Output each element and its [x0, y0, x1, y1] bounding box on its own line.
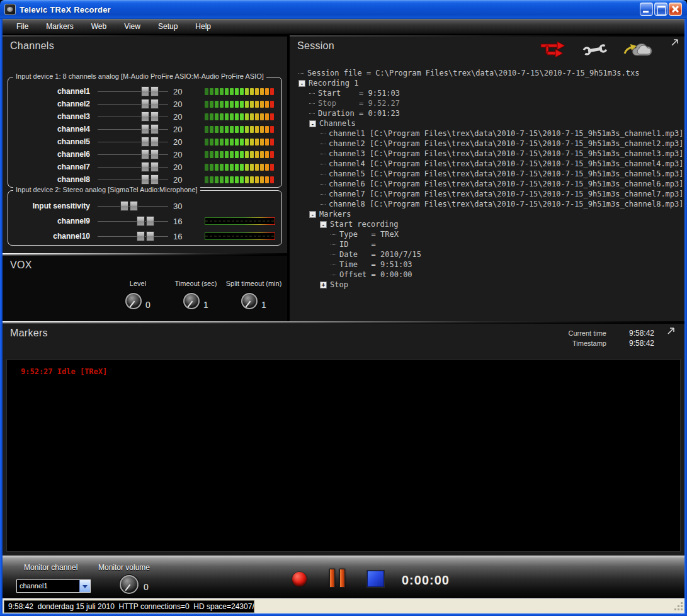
slider-thumb[interactable] — [137, 216, 154, 226]
tree-item[interactable]: Session file = C:\Program Files\trex\dat… — [296, 68, 681, 78]
channel-slider[interactable] — [98, 200, 168, 212]
slider-thumb[interactable] — [141, 137, 159, 147]
slider-thumb-right[interactable] — [150, 86, 159, 96]
slider-thumb-right[interactable] — [150, 137, 159, 147]
tree-item[interactable]: Stop = 9.52.27 — [296, 98, 681, 108]
expand-markers-icon[interactable] — [666, 326, 676, 336]
title-bar[interactable]: Televic TReX Recorder — [0, 0, 687, 19]
tree-item[interactable]: -Channels — [296, 118, 681, 128]
tree-item[interactable]: Time = 9:51:03 — [296, 260, 681, 270]
menu-item-web[interactable]: Web — [82, 19, 115, 34]
combo-dropdown-button[interactable] — [79, 580, 90, 592]
tree-item[interactable]: -Recording 1 — [296, 78, 681, 88]
tree-item[interactable]: Duration = 0:01:23 — [296, 108, 681, 118]
slider-thumb-left[interactable] — [141, 111, 149, 122]
channel-slider[interactable] — [98, 98, 168, 110]
tree-item[interactable]: channel5 [C:\Program Files\trex\data\201… — [296, 169, 681, 179]
tree-expander-minus[interactable]: - — [309, 120, 316, 127]
vox-split-timeout-knob[interactable] — [241, 293, 258, 309]
record-button[interactable] — [292, 572, 307, 586]
vu-segment — [235, 176, 239, 183]
slider-thumb-left[interactable] — [137, 231, 145, 241]
monitor-channel-select[interactable]: channel1 — [16, 579, 91, 593]
tree-item[interactable]: channel2 [C:\Program Files\trex\data\201… — [296, 139, 681, 149]
slider-thumb-right[interactable] — [150, 149, 159, 159]
slider-thumb[interactable] — [141, 174, 159, 185]
slider-thumb[interactable] — [141, 99, 159, 109]
vu-segment — [240, 151, 244, 158]
tree-item[interactable]: Date = 2010/7/15 — [296, 249, 681, 260]
tree-item[interactable]: -Markers — [296, 209, 681, 219]
slider-thumb-left[interactable] — [120, 201, 128, 211]
tree-item[interactable]: Type = TReX — [296, 229, 681, 239]
minimize-button[interactable] — [640, 3, 653, 16]
channel-slider[interactable] — [98, 136, 168, 147]
slider-thumb-right[interactable] — [150, 124, 159, 134]
slider-thumb[interactable] — [141, 124, 159, 134]
menu-item-file[interactable]: File — [8, 19, 37, 34]
cloud-upload-icon[interactable] — [623, 40, 656, 59]
close-button[interactable] — [669, 3, 682, 16]
menu-item-setup[interactable]: Setup — [149, 19, 186, 34]
tree-item[interactable]: -Start recording — [296, 219, 681, 229]
slider-thumb-right[interactable] — [146, 216, 154, 226]
slider-thumb[interactable] — [120, 201, 138, 211]
slider-thumb-right[interactable] — [150, 162, 159, 172]
tree-item[interactable]: channel6 [C:\Program Files\trex\data\201… — [296, 179, 681, 189]
monitor-volume-knob[interactable] — [120, 575, 139, 594]
channel-slider[interactable] — [98, 86, 168, 97]
channel-slider[interactable] — [98, 161, 168, 173]
tree-expander-minus[interactable]: - — [320, 221, 327, 228]
marker-log-area[interactable]: 9:52:27 Idle [TReX] — [6, 359, 681, 552]
slider-thumb-left[interactable] — [141, 174, 149, 185]
slider-thumb-left[interactable] — [141, 137, 149, 147]
menu-item-markers[interactable]: Markers — [37, 19, 82, 34]
channel-slider[interactable] — [98, 231, 168, 242]
slider-thumb-right[interactable] — [130, 201, 138, 211]
slider-thumb-left[interactable] — [141, 99, 149, 109]
slider-thumb[interactable] — [141, 149, 159, 159]
slider-thumb-right[interactable] — [146, 231, 154, 241]
menu-item-help[interactable]: Help — [186, 19, 220, 34]
vox-level-knob[interactable] — [125, 293, 142, 309]
channel-slider[interactable] — [98, 123, 168, 135]
slider-thumb[interactable] — [141, 111, 159, 122]
slider-thumb[interactable] — [141, 162, 159, 172]
expand-session-icon[interactable] — [670, 38, 679, 47]
wrench-icon[interactable] — [582, 42, 608, 58]
tree-expander-minus[interactable]: - — [298, 80, 305, 87]
slider-thumb-right[interactable] — [150, 99, 159, 109]
tree-item[interactable]: +Stop — [296, 280, 681, 290]
slider-thumb[interactable] — [141, 86, 159, 96]
channel-slider[interactable] — [98, 215, 168, 227]
split-session-icon[interactable] — [538, 40, 567, 59]
slider-thumb-left[interactable] — [141, 86, 149, 96]
pause-button[interactable] — [329, 569, 345, 588]
slider-thumb-left[interactable] — [137, 216, 145, 226]
vu-segment — [210, 151, 213, 158]
slider-thumb-right[interactable] — [150, 174, 159, 185]
slider-thumb-left[interactable] — [141, 149, 149, 159]
tree-item[interactable]: channel3 [C:\Program Files\trex\data\201… — [296, 149, 681, 159]
resize-grip[interactable] — [674, 602, 683, 610]
tree-item[interactable]: channel1 [C:\Program Files\trex\data\201… — [296, 128, 681, 139]
stop-button[interactable] — [367, 571, 384, 587]
menu-item-view[interactable]: View — [115, 19, 149, 34]
slider-thumb[interactable] — [137, 231, 154, 241]
tree-item[interactable]: Offset = 0:00:00 — [296, 270, 681, 280]
slider-thumb-left[interactable] — [141, 124, 149, 134]
vox-timeout-knob[interactable] — [183, 293, 200, 309]
tree-expander-plus[interactable]: + — [320, 282, 327, 288]
channel-slider[interactable] — [98, 174, 168, 185]
channel-slider[interactable] — [98, 149, 168, 160]
slider-thumb-right[interactable] — [150, 111, 159, 122]
maximize-button[interactable] — [654, 3, 667, 16]
tree-item[interactable]: Start = 9:51:03 — [296, 88, 681, 98]
channel-slider[interactable] — [98, 111, 168, 122]
tree-expander-minus[interactable]: - — [309, 211, 316, 218]
tree-item[interactable]: channel7 [C:\Program Files\trex\data\201… — [296, 189, 681, 199]
slider-thumb-left[interactable] — [141, 162, 149, 172]
tree-item[interactable]: ID = — [296, 239, 681, 249]
tree-item[interactable]: channel4 [C:\Program Files\trex\data\201… — [296, 159, 681, 169]
tree-item[interactable]: channel8 [C:\Program Files\trex\data\201… — [296, 199, 681, 209]
